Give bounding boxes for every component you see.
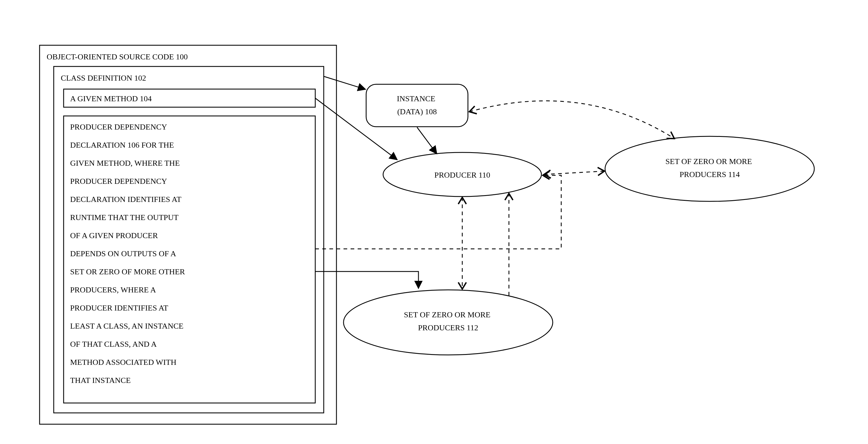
arrow-instance-to-producer bbox=[417, 127, 437, 154]
arrow-method-to-producer bbox=[315, 98, 397, 160]
pd-line-4: DECLARATION IDENTIFIES AT bbox=[70, 195, 181, 204]
arrow-producer-to-producers-right bbox=[544, 171, 604, 175]
instance-label-1: INSTANCE bbox=[397, 94, 435, 103]
pd-line-8: SET OR ZERO OF MORE OTHER bbox=[70, 267, 185, 276]
diagram: OBJECT-ORIENTED SOURCE CODE 100 CLASS DE… bbox=[0, 0, 868, 444]
producer-node: PRODUCER 110 bbox=[383, 152, 541, 197]
pd-line-12: OF THAT CLASS, AND A bbox=[70, 339, 157, 348]
svg-text:OBJECT-ORIENTED SOURCE CODE 10: OBJECT-ORIENTED SOURCE CODE 100 bbox=[46, 52, 188, 61]
pd-line-7: DEPENDS ON OUTPUTS OF A bbox=[70, 249, 177, 258]
source-code-label: OBJECT-ORIENTED SOURCE CODE 100 bbox=[46, 52, 188, 61]
producer-label: PRODUCER 110 bbox=[434, 171, 490, 179]
svg-point-14 bbox=[605, 136, 814, 201]
instance-label-2: (DATA) 108 bbox=[397, 107, 437, 116]
svg-text:PRODUCER DEPENDENCY
      DECL: PRODUCER DEPENDENCY DECLARATION 106 FOR … bbox=[70, 122, 187, 385]
pd-line-3: PRODUCER DEPENDENCY bbox=[70, 177, 167, 185]
instance-node: INSTANCE (DATA) 108 bbox=[366, 84, 468, 127]
pd-line-6: OF A GIVEN PRODUCER bbox=[70, 231, 158, 240]
given-method-label: A GIVEN METHOD 104 bbox=[70, 94, 152, 103]
svg-text:INSTANCE
      (DATA) 108: INSTANCE (DATA) 108 bbox=[397, 94, 437, 116]
svg-text:SET OF ZERO OR MORE
      PROD: SET OF ZERO OR MORE PRODUCERS 114 bbox=[665, 157, 754, 179]
svg-text:A GIVEN METHOD 104: A GIVEN METHOD 104 bbox=[70, 94, 152, 103]
svg-point-12 bbox=[343, 290, 553, 355]
class-definition-label: CLASS DEFINITION 102 bbox=[61, 73, 146, 82]
producers-bottom-node: SET OF ZERO OR MORE PRODUCERS 112 bbox=[343, 290, 553, 355]
pd-line-2: GIVEN METHOD, WHERE THE bbox=[70, 159, 180, 168]
producers-right-label-2: PRODUCERS 114 bbox=[680, 170, 740, 179]
producers-right-node: SET OF ZERO OR MORE PRODUCERS 114 bbox=[605, 136, 814, 201]
producer-dependency-box: PRODUCER DEPENDENCY DECLARATION 106 FOR … bbox=[64, 116, 315, 403]
producers-right-label-1: SET OF ZERO OR MORE bbox=[665, 157, 752, 166]
svg-text:PRODUCER 110: PRODUCER 110 bbox=[434, 171, 490, 179]
pd-line-5: RUNTIME THAT THE OUTPUT bbox=[70, 213, 178, 222]
pd-line-1: DECLARATION 106 FOR THE bbox=[70, 141, 174, 149]
pd-line-13: METHOD ASSOCIATED WITH bbox=[70, 358, 177, 366]
given-method-box: A GIVEN METHOD 104 bbox=[64, 89, 315, 107]
pd-line-0: PRODUCER DEPENDENCY bbox=[70, 122, 167, 131]
arrow-class-to-instance bbox=[324, 76, 366, 89]
arrow-pd-to-producer bbox=[315, 175, 561, 249]
svg-text:CLASS DEFINITION 102: CLASS DEFINITION 102 bbox=[61, 73, 146, 82]
producers-bottom-label-1: SET OF ZERO OR MORE bbox=[404, 310, 491, 319]
pd-line-14: THAT INSTANCE bbox=[70, 376, 131, 385]
producers-bottom-label-2: PRODUCERS 112 bbox=[418, 323, 478, 332]
svg-text:SET OF ZERO OR MORE
      PROD: SET OF ZERO OR MORE PRODUCERS 112 bbox=[404, 310, 493, 332]
arrow-pd-to-producers-bottom bbox=[315, 271, 418, 289]
pd-line-9: PRODUCERS, WHERE A bbox=[70, 285, 156, 294]
arrow-instance-to-producers-right bbox=[469, 101, 674, 139]
pd-line-11: LEAST A CLASS, AN INSTANCE bbox=[70, 322, 184, 330]
svg-rect-8 bbox=[366, 84, 468, 127]
pd-line-10: PRODUCER IDENTIFIES AT bbox=[70, 303, 168, 312]
